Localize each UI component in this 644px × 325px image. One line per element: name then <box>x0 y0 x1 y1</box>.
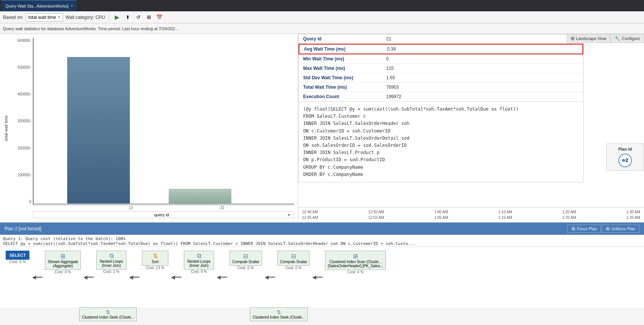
based-on-dropdown[interactable]: total wait time ▼ <box>26 13 63 22</box>
clustered-index-seek-2-node[interactable]: ⇅ Clustered Index Seek (Cluste... <box>250 307 307 321</box>
max-wait-label: Max Wait Time (ms) <box>303 66 386 71</box>
clustered-index-seek-1-node[interactable]: ⇅ Clustered Index Seek (Cluste... <box>79 307 137 321</box>
x-label-21: 21 <box>220 206 224 210</box>
left-panel: total wait time 600000- 500000- 400000- … <box>0 34 298 222</box>
arrow-3: ◀━━ <box>129 274 139 280</box>
bottom-section: Plan 2 [not forced] ⊞ Force Plan ⊞ Unfor… <box>0 222 644 325</box>
info-bar: Query wait statistics for database Adven… <box>0 23 644 34</box>
max-wait-value: 115 <box>386 66 394 71</box>
clustered-index-scan-node[interactable]: ⊞ Clustered Index Scan (Cluste...[SalesO… <box>325 251 386 274</box>
right-content: ⊞ Landscape View 🔧 Configure Query Id 21… <box>298 34 644 222</box>
refresh-button[interactable]: ▶ <box>113 13 121 22</box>
stream-aggregate-node[interactable]: ⊞ Stream Aggregate(Aggregate) Cost: 0 % <box>45 251 81 274</box>
query-sql-text: SELECT @y = sum(cast((soh.SubTotal*soh.T… <box>3 241 641 246</box>
tooltip-avg-wait-row: Avg Wait Time (ms) 0.38 <box>299 44 583 54</box>
x-axis-labels: 13 21 <box>33 205 294 210</box>
bottom-plan-nodes: ⇅ Clustered Index Seek (Cluste... ⇅ Clus… <box>0 307 644 325</box>
x-axis-dropdown-icon[interactable]: ▼ <box>287 213 291 217</box>
top-right-buttons: ⊞ Landscape View 🔧 Configure <box>567 34 644 43</box>
info-text: Query wait statistics for database Adven… <box>3 26 179 31</box>
avg-wait-label: Avg Wait Time (ms) <box>304 46 387 52</box>
plan-id-value: 2 <box>626 158 628 163</box>
x-axis-label: query id <box>36 213 287 217</box>
query-wait-tab[interactable]: Query Wait Sta...AdventureWorks] × <box>2 0 77 11</box>
chart-container: total wait time 600000- 500000- 400000- … <box>0 34 298 222</box>
content-area: total wait time 600000- 500000- 400000- … <box>0 34 644 222</box>
tooltip-total-wait-row: Total Wait Time (ms) 76903 <box>299 83 583 92</box>
chart-area: 600000- 500000- 400000- 300000- 200000- … <box>10 38 294 218</box>
toolbar-separator <box>109 14 109 21</box>
based-on-label: Based on: <box>3 15 23 20</box>
nested-loops-1-node[interactable]: ⧉ Nested Loops(Inner Join) Cost: 2 % <box>96 251 126 274</box>
compute-scalar-1-icon: ⊟ <box>232 253 259 260</box>
tooltip-query-text: (@y float)SELECT @y = sum(cast((soh.SubT… <box>299 102 583 182</box>
bar-21[interactable] <box>169 189 231 204</box>
chart-inner: 600000- 500000- 400000- 300000- 200000- … <box>33 38 294 205</box>
x-label-13: 13 <box>129 206 133 210</box>
tab-title: Query Wait Sta...AdventureWorks] <box>5 4 69 8</box>
tooltip-panel: Query Id 21 Avg Wait Time (ms) 0.38 Min … <box>298 34 584 182</box>
execution-plan: SELECT Cost: 0 % ◀━━ ⊞ Stream Aggregate(… <box>0 247 644 307</box>
configure-button[interactable]: 🔧 Configure <box>610 34 644 43</box>
query-cost-text: Query 1: Query cost (relative to the bat… <box>3 236 641 241</box>
plan-id-panel: Plan Id 2 <box>606 143 644 171</box>
nested-loops-1-icon: ⧉ <box>99 253 124 259</box>
nested-loops-2-node[interactable]: ⧉ Nested Loops(Inner Join) Cost: 0 % <box>184 251 214 274</box>
main-container: Query Wait Sta...AdventureWorks] × Based… <box>0 0 644 325</box>
arrow-1: ◀━━ <box>32 274 42 280</box>
y-tick-0: 0 <box>11 200 31 204</box>
settings-button[interactable]: ↺ <box>134 13 142 22</box>
landscape-view-button[interactable]: ⊞ Landscape View <box>567 34 611 43</box>
tooltip-max-wait-row: Max Wait Time (ms) 115 <box>299 64 583 73</box>
y-tick-600000: 600000- <box>11 39 31 43</box>
y-axis-label: total wait time <box>4 38 8 218</box>
std-dev-label: Std Dev Wait Time (ms) <box>303 75 386 80</box>
query-id-label: Query Id <box>303 36 386 42</box>
exec-count-label: Execution Count <box>303 94 386 99</box>
bar-13[interactable] <box>67 57 130 204</box>
select-node[interactable]: SELECT Cost: 0 % <box>6 251 29 264</box>
avg-wait-value: 0.38 <box>387 46 396 52</box>
query-text-bar: Query 1: Query cost (relative to the bat… <box>0 235 644 247</box>
min-wait-value: 0 <box>386 56 389 62</box>
y-tick-400000: 400000- <box>11 92 31 96</box>
calendar-button[interactable]: 📅 <box>155 13 163 22</box>
time-axis-row2: 12:45 AM 12:55 AM 1:05 AM 1:15 AM 1:25 A… <box>298 215 644 220</box>
force-plan-icon: ⊞ <box>572 226 575 231</box>
sort-icon: ⇅ <box>145 253 166 260</box>
nested-loops-2-icon: ⧉ <box>186 253 211 259</box>
tab-bar: Query Wait Sta...AdventureWorks] × <box>0 0 644 11</box>
arrow-6: ◀━━ <box>265 274 275 280</box>
clustered-index-seek-1-icon: ⇅ <box>82 309 134 315</box>
table-view-button[interactable]: ⊞ <box>145 13 153 22</box>
query-id-value: 21 <box>386 36 391 42</box>
plan-bar: Plan 2 [not forced] ⊞ Force Plan ⊞ Unfor… <box>0 223 644 235</box>
export-button[interactable]: ⬆ <box>123 13 132 22</box>
time-axis-area: 12:40 AM 12:50 AM 1:00 AM 1:10 AM 1:20 A… <box>298 207 644 222</box>
configure-icon: 🔧 <box>615 36 620 41</box>
time-axis-row1: 12:40 AM 12:50 AM 1:00 AM 1:10 AM 1:20 A… <box>298 209 644 215</box>
compute-scalar-2-node[interactable]: ⊟ Compute Scalar Cost: 0 % <box>277 251 310 270</box>
x-axis-title-bar: query id ▼ <box>33 211 294 218</box>
arrow-4: ◀━━ <box>171 274 181 280</box>
tab-close-button[interactable]: × <box>71 4 73 8</box>
toolbar: Based on: total wait time ▼ Wait categor… <box>0 11 644 23</box>
compute-scalar-1-node[interactable]: ⊟ Compute Scalar Cost: 0 % <box>230 251 262 270</box>
sort-node[interactable]: ⇅ Sort Cost: 13 % <box>142 251 168 270</box>
total-wait-value: 76903 <box>386 85 399 90</box>
force-plan-button[interactable]: ⊞ Force Plan <box>567 225 601 233</box>
tooltip-min-wait-row: Min Wait Time (ms) 0 <box>299 54 583 64</box>
plan-bar-label: Plan 2 [not forced] <box>5 226 41 231</box>
y-tick-300000: 300000- <box>11 119 31 123</box>
clustered-index-seek-2-icon: ⇅ <box>253 309 305 315</box>
y-tick-200000: 200000- <box>11 146 31 150</box>
compute-scalar-2-icon: ⊟ <box>280 253 307 260</box>
plan-id-badge: 2 <box>618 154 632 167</box>
plan-id-dot <box>622 159 625 162</box>
unforce-plan-button[interactable]: ⊞ Unforce Plan <box>602 225 639 233</box>
arrow-5: ◀━━ <box>217 274 227 280</box>
stream-aggregate-icon: ⊞ <box>48 253 78 260</box>
y-tick-500000: 500000- <box>11 65 31 69</box>
unforce-plan-icon: ⊞ <box>606 226 610 231</box>
dropdown-arrow-icon: ▼ <box>57 15 60 19</box>
